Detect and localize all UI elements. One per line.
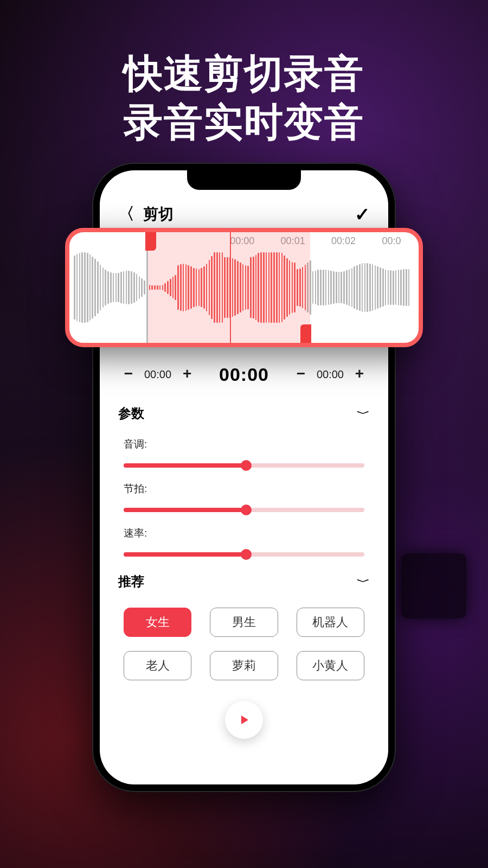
tempo-slider-thumb[interactable] [241, 505, 252, 515]
time-steppers-row: − 00:00 + 00:00 − 00:00 + [100, 352, 388, 391]
pitch-label: 音调: [124, 437, 364, 451]
end-time-value: 00:00 [317, 368, 344, 381]
pitch-slider[interactable] [124, 463, 364, 468]
end-minus-button[interactable]: − [293, 367, 309, 383]
headline-line-1: 快速剪切录音 [0, 49, 488, 98]
pitch-param: 音调: [100, 425, 388, 470]
rate-slider[interactable] [124, 552, 364, 557]
rate-label: 速率: [124, 526, 364, 540]
current-time-value: 00:00 [219, 364, 269, 385]
selection-start-handle[interactable] [145, 232, 156, 251]
end-time-stepper: − 00:00 + [293, 367, 368, 383]
play-icon [237, 713, 251, 726]
params-section-title: 参数 [118, 405, 144, 422]
preset-chip-5[interactable]: 小黄人 [297, 651, 364, 680]
back-icon[interactable]: 〈 [118, 203, 134, 225]
start-plus-button[interactable]: + [179, 367, 195, 383]
waveform-midline [230, 232, 231, 343]
rate-param: 速率: [100, 514, 388, 559]
tempo-param: 节拍: [100, 470, 388, 514]
play-button[interactable] [225, 701, 263, 739]
selection-end-handle[interactable] [300, 324, 311, 343]
confirm-icon[interactable]: ✓ [355, 203, 370, 225]
waveform-selection[interactable] [146, 232, 311, 343]
phone-notch [187, 170, 301, 190]
tempo-slider[interactable] [124, 508, 364, 512]
end-plus-button[interactable]: + [351, 367, 368, 383]
start-time-stepper: − 00:00 + [120, 367, 195, 383]
promo-headline: 快速剪切录音 录音实时变音 [0, 49, 488, 146]
presets-section-header[interactable]: 推荐 ﹀ [100, 559, 388, 593]
chevron-down-icon: ﹀ [357, 407, 370, 419]
chevron-down-icon: ﹀ [357, 576, 370, 588]
start-time-value: 00:00 [144, 368, 171, 381]
rate-slider-thumb[interactable] [241, 549, 252, 560]
presets-section-title: 推荐 [118, 573, 144, 590]
tempo-label: 节拍: [124, 482, 364, 496]
preset-chip-4[interactable]: 萝莉 [210, 651, 278, 680]
preset-chip-1[interactable]: 男生 [210, 608, 278, 637]
page-title: 剪切 [143, 204, 174, 225]
preset-chip-0[interactable]: 女生 [124, 608, 191, 637]
start-minus-button[interactable]: − [120, 367, 137, 383]
params-section-header[interactable]: 参数 ﹀ [100, 391, 388, 425]
preset-chips: 女生男生机器人老人萝莉小黄人 [100, 593, 388, 686]
timeline-tick: 00:02 [331, 235, 356, 247]
preset-chip-2[interactable]: 机器人 [297, 608, 364, 637]
waveform-editor[interactable]: 00:0000:0100:0200:0 [65, 228, 423, 347]
headline-line-2: 录音实时变音 [0, 98, 488, 146]
pitch-slider-thumb[interactable] [241, 460, 252, 471]
timeline-tick: 00:0 [382, 235, 401, 247]
preset-chip-3[interactable]: 老人 [124, 651, 191, 680]
